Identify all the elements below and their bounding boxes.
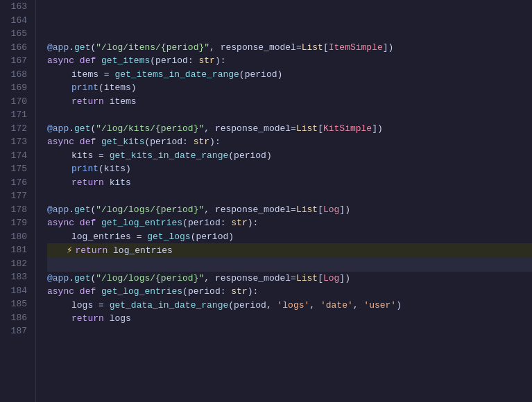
code-line-183: @app.get("/log/logs/{period}", response_… — [47, 272, 532, 286]
code-line — [47, 27, 532, 41]
code-content[interactable]: @app.get("/log/itens/{period}", response… — [36, 0, 532, 402]
code-line-168: items = get_items_in_date_range(period) — [47, 68, 532, 82]
code-line-180: log_entries = get_logs(period) — [47, 230, 532, 244]
code-line-172: @app.get("/log/kits/{period}", response_… — [47, 122, 532, 136]
line-numbers: 163 164 165 166 167 168 169 170 171 172 … — [0, 0, 36, 402]
code-line-170: return items — [47, 95, 532, 109]
code-line-185: logs = get_data_in_date_range(period, 'l… — [47, 299, 532, 313]
code-line — [47, 108, 532, 122]
code-line-174: kits = get_kits_in_date_range(period) — [47, 149, 532, 163]
code-line-179: async def get_log_entries(period: str): — [47, 216, 532, 230]
code-line-167: async def get_items(period: str): — [47, 54, 532, 68]
code-line-181: ⚡return log_entries — [47, 243, 532, 258]
code-line-182 — [47, 258, 532, 272]
code-line-186: return logs — [47, 312, 532, 326]
code-line-178: @app.get("/log/logs/{period}", response_… — [47, 203, 532, 217]
code-line — [47, 0, 532, 14]
code-line-173: async def get_kits(period: str): — [47, 135, 532, 149]
code-line-176: return kits — [47, 176, 532, 190]
code-line-169: print(items) — [47, 81, 532, 95]
code-editor[interactable]: 163 164 165 166 167 168 169 170 171 172 … — [0, 0, 532, 402]
code-line — [47, 14, 532, 28]
code-line-166: @app.get("/log/itens/{period}", response… — [47, 41, 532, 55]
code-line — [47, 189, 532, 203]
code-line — [47, 326, 532, 340]
code-line-175: print(kits) — [47, 162, 532, 176]
code-line-184: async def get_log_entries(period: str): — [47, 285, 532, 299]
